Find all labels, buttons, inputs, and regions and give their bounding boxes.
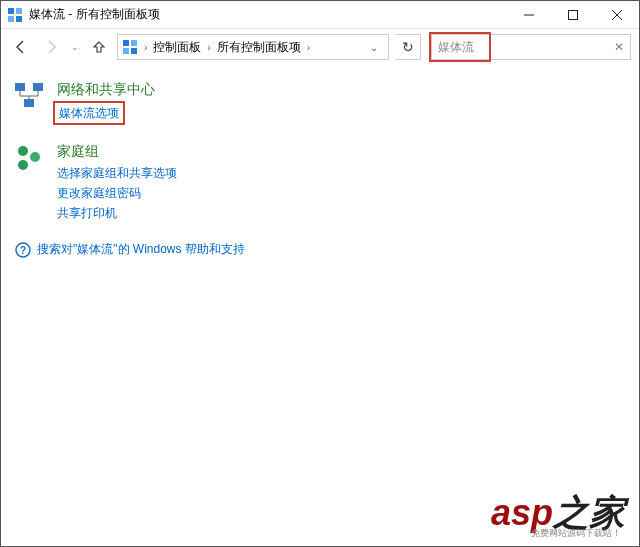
section-homegroup: 家庭组 选择家庭组和共享选项 更改家庭组密码 共享打印机 [13,143,627,223]
back-button[interactable] [9,35,33,59]
svg-point-15 [18,146,28,156]
clear-search-icon[interactable]: ✕ [614,40,624,54]
svg-rect-1 [16,8,22,14]
svg-text:?: ? [20,245,26,256]
search-value: 媒体流 [438,39,474,56]
toolbar: ⌄ › 控制面板 › 所有控制面板项 › ⌄ ↻ 媒体流 ✕ [1,29,639,65]
address-bar[interactable]: › 控制面板 › 所有控制面板项 › ⌄ [117,34,389,60]
breadcrumb-segment[interactable]: 控制面板 [149,39,205,56]
up-button[interactable] [87,35,111,59]
svg-rect-8 [123,40,129,46]
history-dropdown[interactable]: ⌄ [69,42,81,52]
homegroup-icon [13,143,45,175]
refresh-button[interactable]: ↻ [395,34,421,60]
svg-rect-9 [131,40,137,46]
link-share-printers[interactable]: 共享打印机 [57,203,177,223]
help-row[interactable]: ? 搜索对"媒体流"的 Windows 帮助和支持 [13,241,627,258]
titlebar: 媒体流 - 所有控制面板项 [1,1,639,29]
close-button[interactable] [595,1,639,28]
control-panel-icon [122,39,138,55]
chevron-right-icon[interactable]: › [305,42,312,53]
svg-rect-3 [16,16,22,22]
svg-rect-5 [569,10,578,19]
svg-point-17 [18,160,28,170]
watermark-subtitle: 免费网站源码下载站！ [531,527,621,540]
window-title: 媒体流 - 所有控制面板项 [29,6,160,23]
svg-rect-2 [8,16,14,22]
link-change-homegroup-password[interactable]: 更改家庭组密码 [57,183,177,203]
network-sharing-icon [13,81,45,113]
section-network: 网络和共享中心 媒体流选项 [13,81,627,125]
svg-rect-10 [123,48,129,54]
help-link[interactable]: 搜索对"媒体流"的 Windows 帮助和支持 [37,241,245,258]
svg-rect-13 [33,83,43,91]
svg-point-16 [30,152,40,162]
link-media-stream-options[interactable]: 媒体流选项 [53,101,125,125]
chevron-right-icon[interactable]: › [205,42,212,53]
forward-button[interactable] [39,35,63,59]
content-area: 网络和共享中心 媒体流选项 家庭组 选择家庭组和共享选项 更改家庭组密码 共享打… [1,65,639,274]
window-controls [507,1,639,28]
search-input[interactable]: 媒体流 ✕ [431,34,631,60]
svg-rect-11 [131,48,137,54]
minimize-button[interactable] [507,1,551,28]
section-title[interactable]: 网络和共享中心 [57,81,155,99]
section-title[interactable]: 家庭组 [57,143,177,161]
svg-rect-0 [8,8,14,14]
address-dropdown[interactable]: ⌄ [364,42,384,53]
svg-rect-12 [15,83,25,91]
chevron-right-icon[interactable]: › [142,42,149,53]
breadcrumb-segment[interactable]: 所有控制面板项 [213,39,305,56]
help-icon: ? [15,242,31,258]
control-panel-icon [7,7,23,23]
maximize-button[interactable] [551,1,595,28]
link-choose-homegroup[interactable]: 选择家庭组和共享选项 [57,163,177,183]
svg-rect-14 [24,99,34,107]
